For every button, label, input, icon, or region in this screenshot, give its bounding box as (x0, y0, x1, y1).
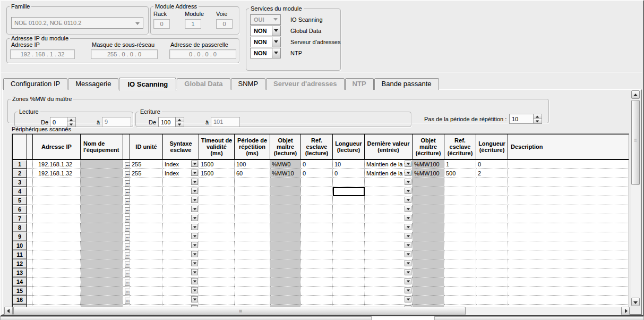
cell-long_lecture[interactable] (333, 259, 365, 268)
cell-ref_lecture[interactable] (301, 259, 333, 268)
cell-timeout[interactable] (199, 268, 235, 277)
cell-syntaxe[interactable] (163, 178, 199, 187)
cell-description[interactable] (508, 169, 629, 178)
cell-ref_lecture[interactable] (301, 223, 333, 232)
chevron-down-icon[interactable] (272, 26, 280, 36)
row-header[interactable]: 7 (13, 214, 27, 223)
cell-ref_lecture[interactable] (301, 232, 333, 241)
cell-periode[interactable] (235, 250, 270, 259)
row-header[interactable]: 1 (13, 159, 27, 169)
cell-syntaxe[interactable] (163, 241, 199, 250)
cell-id[interactable] (130, 268, 163, 277)
cell-ref_ecriture[interactable]: 500 (444, 169, 476, 178)
cell-long_lecture[interactable] (333, 287, 365, 296)
cell-derniere[interactable] (365, 232, 413, 241)
tab-snmp[interactable]: SNMP (231, 78, 266, 90)
cell-syntaxe[interactable] (163, 250, 199, 259)
cell-ip[interactable] (33, 196, 81, 205)
cell-blank[interactable] (27, 178, 33, 187)
cell-long_ecriture[interactable] (476, 205, 508, 214)
dropdown-button[interactable] (191, 269, 198, 275)
cell-blank[interactable] (27, 159, 33, 169)
browse-button[interactable]: ... (125, 289, 130, 295)
dropdown-button[interactable] (405, 296, 411, 302)
global-data-select[interactable]: NON (250, 26, 281, 36)
cell-ref_ecriture[interactable] (444, 187, 476, 196)
cell-periode[interactable] (235, 232, 270, 241)
cell-blank[interactable] (27, 268, 33, 277)
dropdown-button[interactable] (405, 260, 411, 266)
chevron-down-icon[interactable] (272, 37, 280, 47)
cell-ip[interactable] (33, 287, 81, 296)
cell-description[interactable] (508, 259, 629, 268)
cell-timeout[interactable]: 1500 (199, 159, 235, 169)
ecriture-de-value[interactable]: 100 (158, 117, 175, 127)
cell-ref_ecriture[interactable] (444, 296, 476, 305)
cell-long_ecriture[interactable] (476, 277, 508, 287)
cell-id[interactable] (130, 296, 163, 305)
dropdown-button[interactable] (405, 215, 411, 221)
cell-periode[interactable]: 60 (235, 169, 270, 178)
cell-blank[interactable] (27, 169, 33, 178)
cell-description[interactable] (508, 196, 629, 205)
dropdown-button[interactable] (405, 287, 411, 293)
cell-syntaxe[interactable] (163, 223, 199, 232)
cell-syntaxe[interactable] (163, 287, 199, 296)
row-header[interactable]: 10 (13, 241, 27, 250)
cell-periode[interactable] (235, 205, 270, 214)
cell-ref_ecriture[interactable] (444, 287, 476, 296)
cell-syntaxe[interactable] (163, 259, 199, 268)
row-header[interactable]: 9 (13, 232, 27, 241)
cell-long_ecriture[interactable] (476, 287, 508, 296)
dropdown-button[interactable] (191, 278, 198, 284)
cell-long_lecture[interactable] (333, 187, 365, 196)
cell-derniere[interactable] (365, 268, 413, 277)
cell-id[interactable]: 255 (130, 169, 163, 178)
cell-id[interactable] (130, 232, 163, 241)
cell-timeout[interactable] (199, 250, 235, 259)
row-header[interactable]: 13 (13, 268, 27, 277)
cell-ref_lecture[interactable] (301, 178, 333, 187)
cell-description[interactable] (508, 214, 629, 223)
cell-long_ecriture[interactable] (476, 196, 508, 205)
cell-description[interactable] (508, 268, 629, 277)
cell-id[interactable] (130, 187, 163, 196)
chevron-down-icon[interactable] (272, 48, 280, 58)
dropdown-button[interactable] (191, 260, 198, 266)
pas-spinner[interactable]: 10 (509, 114, 542, 124)
row-header[interactable]: 6 (13, 205, 27, 214)
cell-syntaxe[interactable] (163, 214, 199, 223)
cell-blank[interactable] (27, 196, 33, 205)
cell-ref_lecture[interactable] (301, 287, 333, 296)
cell-long_ecriture[interactable] (476, 250, 508, 259)
browse-button[interactable]: ... (125, 262, 130, 268)
dropdown-button[interactable] (405, 170, 411, 176)
cell-id[interactable] (130, 205, 163, 214)
cell-long_ecriture[interactable] (476, 296, 508, 305)
cell-long_lecture[interactable] (333, 277, 365, 287)
cell-ref_ecriture[interactable] (444, 205, 476, 214)
browse-button[interactable]: ... (125, 271, 130, 277)
cell-id[interactable] (130, 241, 163, 250)
cell-ref_ecriture[interactable] (444, 232, 476, 241)
cell-long_lecture[interactable] (333, 241, 365, 250)
dropdown-button[interactable] (405, 161, 411, 167)
browse-button[interactable]: ... (125, 243, 130, 250)
cell-ref_ecriture[interactable]: 1 (444, 159, 476, 169)
cell-long_lecture[interactable] (333, 205, 365, 214)
cell-timeout[interactable] (199, 214, 235, 223)
cell-syntaxe[interactable]: Index (163, 159, 199, 169)
scroll-down-icon[interactable] (631, 298, 640, 306)
scroll-right-icon[interactable] (621, 307, 630, 315)
cell-timeout[interactable] (199, 178, 235, 187)
browse-button[interactable]: ... (125, 234, 130, 241)
cell-description[interactable] (508, 178, 629, 187)
cell-derniere[interactable]: Maintien de la val (365, 159, 413, 169)
cell-periode[interactable] (235, 287, 270, 296)
cell-long_ecriture[interactable] (476, 268, 508, 277)
cell-description[interactable] (508, 232, 629, 241)
cell-blank[interactable] (27, 187, 33, 196)
dropdown-button[interactable] (191, 197, 198, 203)
cell-ip[interactable] (33, 223, 81, 232)
cell-ip[interactable] (33, 241, 81, 250)
